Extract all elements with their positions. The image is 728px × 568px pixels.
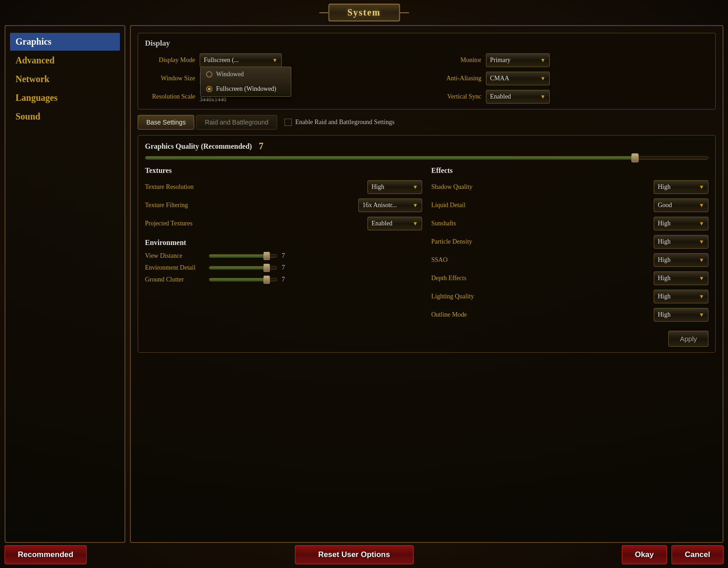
monitor-dropdown[interactable]: Primary ▼ [486, 53, 550, 67]
settings-columns: Textures Texture Resolution High ▼ Textu… [145, 167, 708, 326]
projected-textures-arrow-icon: ▼ [413, 220, 418, 227]
projected-textures-dropdown[interactable]: Enabled ▼ [367, 217, 422, 230]
bottom-center: Reset User Options [87, 545, 622, 564]
ground-clutter-slider[interactable] [209, 278, 277, 281]
lighting-quality-dropdown[interactable]: High ▼ [654, 290, 708, 303]
particle-density-row: Particle Density High ▼ [431, 235, 708, 249]
sunshafts-row: Sunshafts High ▼ [431, 217, 708, 230]
sidebar-item-graphics[interactable]: Graphics [10, 33, 120, 51]
bottom-right: Okay Cancel [622, 545, 723, 564]
texture-resolution-dropdown[interactable]: High ▼ [367, 180, 422, 194]
okay-button[interactable]: Okay [622, 545, 667, 564]
quality-value: 7 [259, 141, 263, 151]
outline-mode-label: Outline Mode [431, 311, 467, 318]
enable-raid-checkbox[interactable] [284, 119, 292, 126]
tabs-row: Base Settings Raid and Battleground Enab… [138, 115, 716, 130]
view-distance-slider[interactable] [209, 254, 277, 258]
sunshafts-dropdown[interactable]: High ▼ [654, 217, 708, 230]
bottom-bar: Recommended Reset User Options Okay Canc… [5, 545, 723, 564]
lighting-quality-row: Lighting Quality High ▼ [431, 290, 708, 303]
sidebar-item-network[interactable]: Network [10, 70, 120, 88]
depth-effects-label: Depth Effects [431, 275, 466, 282]
tab-raid-battleground[interactable]: Raid and Battleground [196, 115, 277, 130]
ssao-row: SSAO High ▼ [431, 253, 708, 267]
shadow-quality-row: Shadow Quality High ▼ [431, 180, 708, 194]
depth-effects-row: Depth Effects High ▼ [431, 271, 708, 285]
environment-title: Environment [145, 239, 422, 247]
env-detail-slider[interactable] [209, 266, 277, 270]
display-mode-label: Display Mode [145, 57, 195, 64]
liquid-detail-arrow-icon: ▼ [699, 202, 704, 209]
main-container: Graphics Advanced Network Languages Soun… [5, 25, 723, 543]
shadow-quality-arrow-icon: ▼ [699, 184, 704, 191]
radio-windowed [206, 71, 212, 78]
quality-slider[interactable] [145, 156, 708, 160]
projected-textures-label: Projected Textures [145, 220, 192, 227]
ssao-dropdown[interactable]: High ▼ [654, 253, 708, 267]
ssao-label: SSAO [431, 256, 448, 264]
title-bar: System [328, 4, 400, 21]
texture-resolution-arrow-icon: ▼ [413, 184, 418, 191]
quality-row: Graphics Quality (Recommended) 7 [145, 141, 708, 151]
display-title: Display [145, 39, 708, 48]
display-section: Display Display Mode Fullscreen (... ▼ W… [138, 33, 716, 109]
quality-title: Graphics Quality (Recommended) [145, 142, 252, 151]
particle-density-dropdown[interactable]: High ▼ [654, 235, 708, 249]
texture-resolution-label: Texture Resolution [145, 183, 194, 191]
texture-resolution-row: Texture Resolution High ▼ [145, 180, 422, 194]
apply-button[interactable]: Apply [668, 331, 708, 347]
display-mode-popup[interactable]: Windowed Fullscreen (Windowed) [200, 67, 291, 97]
resolution-scale-label: Resolution Scale [145, 93, 195, 100]
env-detail-label: Environment Detail [145, 264, 204, 271]
monitor-row: Monitor Primary ▼ [431, 53, 708, 67]
sidebar-item-advanced[interactable]: Advanced [10, 52, 120, 69]
recommended-button[interactable]: Recommended [5, 545, 87, 564]
sidebar-item-sound[interactable]: Sound [10, 108, 120, 125]
sidebar-item-languages[interactable]: Languages [10, 89, 120, 107]
monitor-label: Monitor [431, 57, 481, 64]
liquid-detail-row: Liquid Detail Good ▼ [431, 198, 708, 212]
outline-mode-arrow-icon: ▼ [699, 312, 704, 318]
ground-clutter-value: 7 [282, 276, 291, 283]
texture-filtering-dropdown[interactable]: 16x Anisotr... ▼ [358, 198, 422, 212]
textures-column: Textures Texture Resolution High ▼ Textu… [145, 167, 422, 326]
window-size-label: Window Size [145, 75, 195, 82]
texture-filtering-row: Texture Filtering 16x Anisotr... ▼ [145, 198, 422, 212]
display-mode-dropdown[interactable]: Fullscreen (... ▼ Windowed Fullscreen (W… [200, 53, 282, 67]
shadow-quality-dropdown[interactable]: High ▼ [654, 180, 708, 194]
graphics-quality-section: Graphics Quality (Recommended) 7 Texture… [138, 135, 716, 353]
enable-raid-row: Enable Raid and Battleground Settings [284, 119, 395, 126]
shadow-quality-label: Shadow Quality [431, 183, 473, 191]
anti-aliasing-label: Anti-Aliasing [431, 75, 481, 82]
vertical-sync-label: Vertical Sync [431, 93, 481, 100]
env-detail-value: 7 [282, 264, 291, 271]
dropdown-option-windowed[interactable]: Windowed [201, 67, 291, 82]
dropdown-arrow-icon: ▼ [272, 57, 278, 64]
tab-base-settings[interactable]: Base Settings [138, 115, 194, 130]
title-panel: System [328, 4, 400, 21]
vertical-sync-dropdown[interactable]: Enabled ▼ [486, 90, 550, 104]
anti-aliasing-row: Anti-Aliasing CMAA ▼ [431, 72, 708, 85]
dropdown-option-fullscreen-windowed[interactable]: Fullscreen (Windowed) [201, 82, 291, 96]
resolution-value: 3440x1440 [200, 96, 422, 103]
depth-effects-arrow-icon: ▼ [699, 275, 704, 282]
lighting-quality-arrow-icon: ▼ [699, 293, 704, 300]
effects-column: Effects Shadow Quality High ▼ Liquid Det… [431, 167, 708, 326]
outline-mode-dropdown[interactable]: High ▼ [654, 308, 708, 322]
depth-effects-dropdown[interactable]: High ▼ [654, 271, 708, 285]
cancel-button[interactable]: Cancel [671, 545, 723, 564]
view-distance-label: View Distance [145, 252, 204, 260]
particle-density-label: Particle Density [431, 238, 472, 245]
display-mode-row: Display Mode Fullscreen (... ▼ Windowed [145, 53, 422, 67]
particle-density-arrow-icon: ▼ [699, 239, 704, 245]
anti-aliasing-dropdown[interactable]: CMAA ▼ [486, 72, 550, 85]
sunshafts-label: Sunshafts [431, 220, 456, 227]
effects-title: Effects [431, 167, 708, 175]
liquid-detail-dropdown[interactable]: Good ▼ [654, 198, 708, 212]
content-area: Display Display Mode Fullscreen (... ▼ W… [130, 25, 723, 543]
textures-title: Textures [145, 167, 422, 175]
texture-filtering-arrow-icon: ▼ [413, 202, 418, 209]
window-title: System [347, 7, 381, 17]
reset-button[interactable]: Reset User Options [295, 545, 413, 564]
outline-mode-row: Outline Mode High ▼ [431, 308, 708, 322]
